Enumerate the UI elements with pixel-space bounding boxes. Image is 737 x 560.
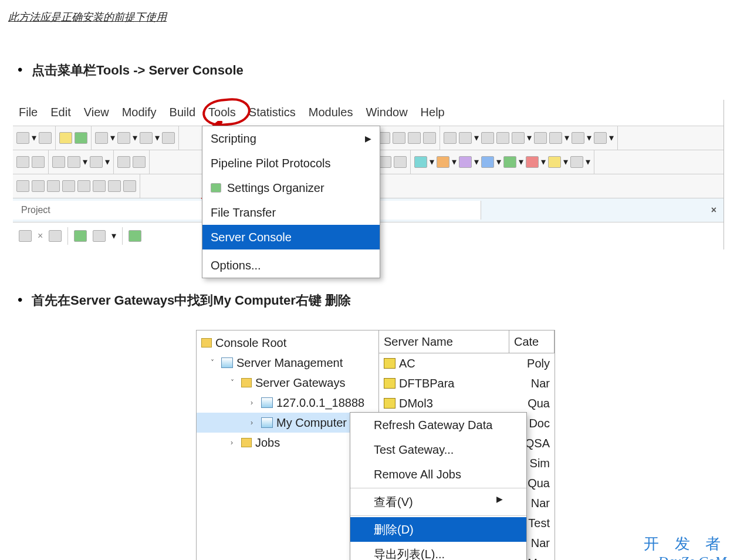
menu-modules[interactable]: Modules bbox=[309, 103, 353, 121]
gridsel3-icon[interactable] bbox=[47, 180, 60, 192]
list-row[interactable]: DFTBParaNar bbox=[379, 373, 555, 393]
house-icon[interactable] bbox=[394, 156, 407, 168]
gridsel2-icon[interactable] bbox=[32, 180, 45, 192]
folder-icon bbox=[201, 338, 212, 348]
gridsel8-icon[interactable] bbox=[123, 180, 136, 192]
gateway-icon bbox=[261, 397, 273, 408]
link-icon[interactable] bbox=[534, 132, 547, 144]
mod-4-icon[interactable] bbox=[481, 156, 494, 168]
tools-dropdown: Scripting▶ Pipeline Pilot Protocols Sett… bbox=[202, 126, 380, 278]
step-1: 点击菜单栏Tools -> Server Console bbox=[32, 60, 729, 80]
server-list: Server Name Cate ACPoly DFTBParaNar DMol… bbox=[379, 330, 555, 560]
dots-icon[interactable] bbox=[594, 132, 607, 144]
skip-back-icon[interactable] bbox=[16, 156, 29, 168]
layers-icon[interactable] bbox=[393, 132, 405, 144]
mod-5-icon[interactable] bbox=[503, 156, 516, 168]
brush-icon[interactable] bbox=[459, 132, 472, 144]
gear-icon bbox=[384, 398, 395, 409]
menu-settings-organizer[interactable]: Settings Organizer bbox=[202, 176, 380, 200]
sort-za-icon[interactable] bbox=[133, 156, 146, 168]
cube-icon[interactable] bbox=[95, 132, 108, 144]
pencil-icon[interactable] bbox=[444, 132, 457, 144]
menu-modify[interactable]: Modify bbox=[122, 103, 157, 121]
proj-sort-icon[interactable] bbox=[93, 230, 106, 242]
gridsel6-icon[interactable] bbox=[93, 180, 106, 192]
ctx-remove-jobs[interactable]: Remove All Jobs bbox=[350, 462, 526, 487]
menu-tools[interactable]: Tools bbox=[208, 103, 236, 121]
mesh-icon[interactable] bbox=[140, 132, 153, 144]
proj-refresh-icon[interactable] bbox=[74, 230, 87, 242]
menu-scripting[interactable]: Scripting▶ bbox=[202, 126, 380, 151]
chain-icon[interactable] bbox=[549, 132, 562, 144]
list-row[interactable]: ACPoly bbox=[379, 353, 555, 373]
ctx-test-gateway[interactable]: Test Gateway... bbox=[350, 437, 526, 462]
split-icon[interactable] bbox=[52, 156, 65, 168]
chart-icon[interactable] bbox=[67, 156, 80, 168]
ctx-view[interactable]: 查看(V)▶ bbox=[350, 490, 526, 514]
columns-icon[interactable] bbox=[90, 156, 103, 168]
box-icon[interactable] bbox=[117, 132, 130, 144]
menu-options[interactable]: Options... bbox=[202, 253, 380, 278]
folder-icon[interactable] bbox=[59, 132, 72, 144]
cycle-icon[interactable] bbox=[572, 132, 584, 144]
menu-pipeline[interactable]: Pipeline Pilot Protocols bbox=[202, 151, 380, 176]
gridsel4-icon[interactable] bbox=[62, 180, 75, 192]
tree-icon[interactable] bbox=[378, 156, 391, 168]
mod-1-icon[interactable] bbox=[414, 156, 427, 168]
col-category[interactable]: Cate bbox=[509, 330, 555, 353]
folder-icon bbox=[241, 378, 252, 387]
ctx-refresh[interactable]: Refresh Gateway Data bbox=[350, 413, 526, 437]
server-icon bbox=[221, 357, 233, 368]
list-header: Server Name Cate bbox=[379, 330, 555, 353]
watermark-zh: 开 发 者 bbox=[644, 535, 726, 553]
toolbar-area: ▾ ▾▾▾ ▾▾▾▾▾ ▾▾ ▾▾▾▾▾▾▾▾ ▾ Scripting▶ Pip… bbox=[13, 126, 724, 198]
menu-build[interactable]: Build bbox=[170, 103, 195, 121]
step-2-title: 首先在Server Gateways中找到My Computer右键 删除 bbox=[32, 293, 351, 308]
caret-right-icon: › bbox=[251, 417, 258, 428]
tree-server-mgmt[interactable]: ˅Server Management bbox=[197, 353, 378, 373]
close-button[interactable]: × bbox=[704, 203, 724, 217]
caret-right-icon: › bbox=[231, 437, 238, 448]
target-icon[interactable] bbox=[408, 132, 421, 144]
menu-file-transfer[interactable]: File Transfer bbox=[202, 200, 380, 225]
grid-icon[interactable] bbox=[162, 132, 175, 144]
new-icon[interactable] bbox=[16, 132, 29, 144]
sort-az-icon[interactable] bbox=[117, 156, 130, 168]
skip-fwd-icon[interactable] bbox=[32, 156, 45, 168]
menu-edit[interactable]: Edit bbox=[50, 103, 70, 121]
mod-3-icon[interactable] bbox=[459, 156, 472, 168]
wrench-icon[interactable] bbox=[481, 132, 494, 144]
proj-cam-icon[interactable] bbox=[49, 230, 62, 242]
menu-server-console[interactable]: Server Console bbox=[202, 225, 380, 249]
proj-new-icon[interactable] bbox=[19, 230, 32, 242]
bolt-icon[interactable] bbox=[512, 132, 525, 144]
mod-6-icon[interactable] bbox=[526, 156, 539, 168]
caret-down-icon: ˅ bbox=[211, 357, 218, 368]
menu-view[interactable]: View bbox=[84, 103, 109, 121]
list-row[interactable]: DMol3Qua bbox=[379, 393, 555, 413]
gridsel7-icon[interactable] bbox=[108, 180, 121, 192]
step-2: 首先在Server Gateways中找到My Computer右键 删除 bbox=[32, 291, 729, 310]
mod-7-icon[interactable] bbox=[548, 156, 561, 168]
proj-book-icon[interactable] bbox=[129, 230, 141, 242]
menu-help[interactable]: Help bbox=[421, 103, 445, 121]
settings-icon bbox=[211, 183, 221, 193]
tree-server-gateways[interactable]: ˅Server Gateways bbox=[197, 373, 378, 393]
gridsel1-icon[interactable] bbox=[16, 180, 29, 192]
menu-statistics[interactable]: Statistics bbox=[249, 103, 296, 121]
expand-icon[interactable] bbox=[423, 132, 436, 144]
screenshot-tools-menu: File Edit View Modify Build Tools Statis… bbox=[13, 100, 724, 249]
ctx-delete[interactable]: 删除(D) bbox=[350, 517, 526, 542]
col-server-name[interactable]: Server Name bbox=[379, 330, 509, 353]
gridsel5-icon[interactable] bbox=[77, 180, 90, 192]
tree-console-root[interactable]: Console Root bbox=[197, 333, 378, 353]
mod-8-icon[interactable] bbox=[570, 156, 583, 168]
mod-2-icon[interactable] bbox=[437, 156, 449, 168]
ctx-export[interactable]: 导出列表(L)... bbox=[350, 542, 526, 560]
tree-gateway-ip[interactable]: ›127.0.0.1_18888 bbox=[197, 393, 378, 413]
save-icon[interactable] bbox=[39, 132, 52, 144]
menu-window[interactable]: Window bbox=[366, 103, 407, 121]
menu-file[interactable]: File bbox=[19, 103, 38, 121]
globe-icon[interactable] bbox=[75, 132, 87, 144]
scissors-icon[interactable] bbox=[496, 132, 509, 144]
